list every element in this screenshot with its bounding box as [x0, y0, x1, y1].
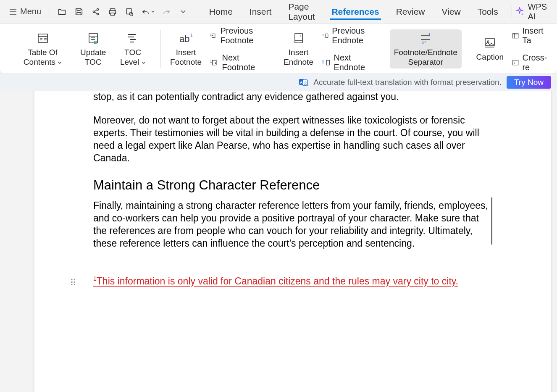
insert-footnote-button[interactable]: ab1 InsertFootnote [166, 29, 206, 69]
toc-icon [37, 31, 49, 45]
separator-icon: 1[i]= [418, 31, 433, 45]
next-endnote-icon: [i] [322, 58, 331, 67]
ribbon-group-toc: Table Of Contents UpdateTOC TOC Level [6, 26, 159, 72]
prev-footnote-icon: 1 [210, 32, 217, 40]
separator [193, 6, 193, 18]
update-toc-icon [87, 31, 100, 45]
next-footnote-button[interactable]: 1 Next Footnote [206, 50, 275, 75]
prev-footnote-label: Previous Footnote [220, 26, 271, 45]
paragraph[interactable]: Moreover, do not want to forget about th… [93, 114, 492, 165]
insert-endnote-icon: i [292, 31, 305, 45]
table-of-contents-button[interactable]: Table Of Contents [9, 29, 76, 69]
insert-footnote-l1: Insert [176, 48, 196, 57]
toc-level-button[interactable]: TOC Level [110, 29, 155, 69]
print-button[interactable] [105, 5, 120, 19]
insert-ta-icon [512, 32, 519, 39]
insert-endnote-l1: Insert [289, 48, 309, 57]
menu-button[interactable]: Menu [5, 5, 45, 18]
document-page[interactable]: stop, as it can potentially contradict a… [34, 91, 551, 392]
svg-text:i: i [300, 34, 301, 38]
text-cursor [491, 197, 492, 245]
tab-review[interactable]: Review [394, 7, 427, 17]
qat-more-button[interactable] [176, 5, 190, 19]
svg-point-1 [97, 8, 98, 10]
translation-info-bar: A文 Accurate full-text translation with f… [0, 74, 557, 91]
heading[interactable]: Maintain a Strong Character Reference [93, 178, 492, 193]
footnote-text[interactable]: This information is only valid for Canad… [97, 276, 458, 287]
paragraph[interactable]: stop, as it can potentially contradict a… [93, 91, 492, 103]
tab-home[interactable]: Home [208, 7, 234, 17]
update-toc-l1: Update [80, 48, 106, 57]
chevron-down-icon [151, 10, 155, 13]
tab-insert[interactable]: Insert [248, 7, 273, 17]
cross-reference-icon: 1 [512, 59, 519, 66]
tab-view[interactable]: View [440, 7, 462, 17]
svg-point-13 [487, 41, 489, 42]
undo-button[interactable] [139, 5, 157, 19]
document-area[interactable]: stop, as it can potentially contradict a… [0, 91, 557, 392]
ribbon: Table Of Contents UpdateTOC TOC Level ab… [0, 24, 557, 74]
separator [512, 6, 512, 18]
paragraph[interactable]: Finally, maintaining a strong character … [93, 200, 492, 250]
prev-endnote-icon: [i] [322, 32, 328, 40]
toc-level-icon [126, 31, 139, 45]
cross-reference-button[interactable]: 1 Cross-re [508, 50, 553, 75]
svg-text:1: 1 [210, 59, 212, 63]
caption-icon [483, 36, 496, 50]
separator [160, 30, 161, 68]
share-button[interactable] [89, 5, 103, 19]
insert-footnote-l2: Footnote [170, 58, 202, 66]
ribbon-group-footnotes: ab1 InsertFootnote 1 Previous Footnote 1… [163, 26, 465, 72]
print-preview-icon [125, 7, 134, 16]
next-endnote-button[interactable]: [i] Next Endnote [318, 50, 386, 75]
title-bar: Menu Home Insert Page Layou [0, 0, 557, 24]
chevron-down-icon [180, 9, 186, 15]
tab-page-layout[interactable]: Page Layout [286, 2, 316, 22]
open-button[interactable] [55, 5, 69, 19]
tab-references[interactable]: References [330, 7, 381, 20]
separator [48, 6, 48, 18]
update-toc-button[interactable]: UpdateTOC [76, 29, 110, 69]
try-now-button[interactable]: Try Now [507, 76, 551, 89]
insert-table-figures-button[interactable]: Insert Ta [508, 24, 553, 48]
translate-icon: A文 [298, 77, 308, 87]
menu-label: Menu [20, 7, 41, 16]
page-content: stop, as it can potentially contradict a… [34, 91, 551, 312]
svg-text:[i]: [i] [322, 60, 324, 63]
prev-endnote-label: Previous Endnote [332, 26, 381, 45]
print-preview-button[interactable] [122, 5, 137, 19]
separator-l2: Separator [408, 58, 443, 66]
insert-endnote-button[interactable]: i InsertEndnote [279, 29, 318, 69]
svg-point-3 [129, 12, 132, 15]
svg-text:1: 1 [210, 33, 212, 36]
redo-button[interactable] [159, 5, 173, 19]
svg-text:1: 1 [428, 32, 431, 36]
footnote-block[interactable]: ⠿ 1This information is only valid for Ca… [93, 275, 492, 287]
save-button[interactable] [72, 5, 86, 19]
cross-reference-label: Cross-re [522, 53, 549, 72]
chevron-down-icon [142, 61, 146, 65]
drag-handle-icon[interactable]: ⠿ [70, 278, 76, 289]
print-icon [108, 7, 117, 16]
svg-text:A: A [300, 80, 303, 84]
update-toc-l2: TOC [85, 58, 102, 66]
caption-label: Caption [476, 53, 504, 62]
wps-ai-button[interactable]: WPS AI [515, 2, 552, 21]
tab-tools[interactable]: Tools [476, 7, 500, 17]
share-icon [91, 7, 100, 16]
footnote-number: 1 [93, 275, 97, 282]
translate-message: Accurate full-text translation with form… [313, 78, 502, 87]
caption-button[interactable]: Caption [472, 34, 508, 64]
insert-endnote-l2: Endnote [284, 58, 313, 66]
svg-text:1: 1 [190, 33, 193, 38]
paragraph-text: Finally, maintaining a strong character … [93, 200, 488, 249]
footnote-endnote-separator-button[interactable]: 1[i]= Footnote/EndnoteSeparator [390, 29, 462, 69]
separator-l1: Footnote/Endnote [394, 48, 457, 57]
undo-icon [141, 7, 150, 16]
previous-footnote-button[interactable]: 1 Previous Footnote [206, 24, 275, 48]
svg-text:ab: ab [179, 34, 189, 44]
ribbon-tabs: Home Insert Page Layout References Revie… [208, 2, 500, 22]
previous-endnote-button[interactable]: [i] Previous Endnote [318, 24, 386, 48]
svg-text:1: 1 [514, 61, 515, 64]
wps-ai-label: WPS AI [528, 2, 552, 21]
